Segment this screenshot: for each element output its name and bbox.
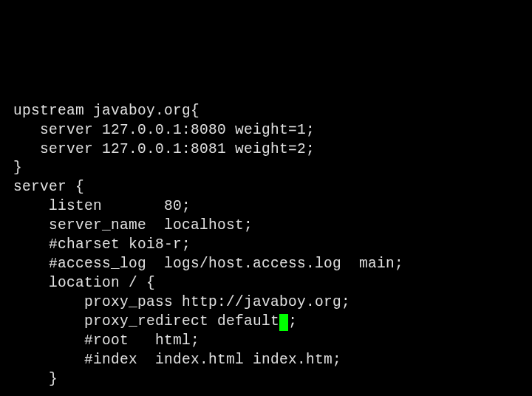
config-line: #charset koi8-r; xyxy=(13,236,519,255)
terminal-editor[interactable]: upstream javaboy.org{ server 127.0.0.1:8… xyxy=(13,102,519,389)
config-line: } xyxy=(13,159,519,178)
text-cursor xyxy=(279,314,288,331)
config-line: server 127.0.0.1:8081 weight=2; xyxy=(13,140,519,160)
config-line: location / { xyxy=(13,274,519,293)
config-line-cursor: proxy_redirect default; xyxy=(13,313,519,332)
config-line: #access_log logs/host.access.log main; xyxy=(13,255,519,274)
config-line: } xyxy=(13,370,519,389)
config-line: server_name localhost; xyxy=(13,216,519,236)
config-line: listen 80; xyxy=(13,197,519,216)
config-line: upstream javaboy.org{ xyxy=(13,102,519,121)
config-line: proxy_pass http://javaboy.org; xyxy=(13,293,519,313)
config-line: server { xyxy=(13,178,519,197)
config-line: #root html; xyxy=(13,332,519,351)
config-line: server 127.0.0.1:8080 weight=1; xyxy=(13,121,519,140)
config-line: #index index.html index.htm; xyxy=(13,351,519,370)
line-suffix: ; xyxy=(288,313,297,330)
line-prefix: proxy_redirect default xyxy=(13,313,279,330)
